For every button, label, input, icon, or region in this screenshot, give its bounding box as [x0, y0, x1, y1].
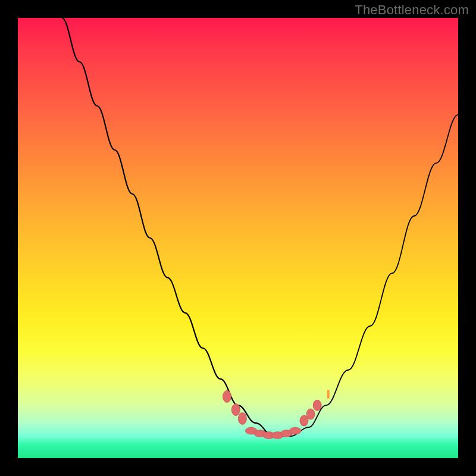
- watermark-text: TheBottleneck.com: [355, 2, 469, 18]
- curve-right-branch: [273, 115, 458, 436]
- curve-svg: [18, 18, 458, 458]
- svg-rect-12: [327, 390, 330, 399]
- svg-point-2: [238, 412, 246, 424]
- svg-point-1: [231, 404, 240, 416]
- svg-point-11: [313, 400, 321, 411]
- marker-cluster-right: [300, 400, 321, 426]
- svg-point-10: [306, 409, 315, 419]
- marker-flat-bottom: [245, 427, 301, 439]
- curve-left-branch: [62, 18, 291, 436]
- svg-point-0: [223, 390, 231, 402]
- svg-point-8: [289, 427, 301, 434]
- chart-frame: TheBottleneck.com: [0, 0, 476, 476]
- marker-tick-right: [327, 390, 330, 399]
- plot-area: [18, 18, 458, 458]
